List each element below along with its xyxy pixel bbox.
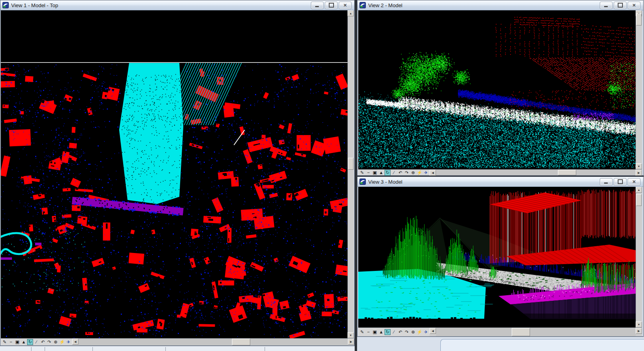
fit-view-icon[interactable]: ▲: [378, 329, 384, 335]
maximize-icon: [329, 3, 334, 8]
maximize-button[interactable]: [325, 2, 338, 9]
fit-view-icon[interactable]: ▲: [21, 339, 27, 345]
update-view-icon[interactable]: ✎: [2, 339, 8, 345]
app-window-icon: [359, 2, 366, 8]
copy-view-icon[interactable]: ⚡: [416, 170, 422, 176]
scroll-left-icon[interactable]: ◀: [72, 339, 79, 345]
window-area-icon[interactable]: ▣: [372, 329, 378, 335]
view2-viewport-canvas[interactable]: [358, 10, 636, 169]
zoom-out-icon[interactable]: −: [8, 339, 14, 345]
clip-volume-icon[interactable]: ⊕: [410, 170, 416, 176]
copy-view-icon[interactable]: ⚡: [59, 339, 65, 345]
view1-horizontal-scrollbar[interactable]: [79, 339, 348, 345]
view1-title: View 1 - Model - Top: [11, 2, 58, 8]
status-bar: [0, 346, 355, 351]
bottom-panel-area: [357, 337, 644, 351]
status-divider: [165, 347, 166, 351]
scroll-down-icon[interactable]: ▼: [636, 163, 642, 169]
view3-titlebar[interactable]: View 3 - Model ✕: [357, 177, 643, 187]
scroll-down-icon[interactable]: ▼: [348, 332, 354, 338]
view1-viewport-canvas[interactable]: [1, 10, 348, 338]
view3-horizontal-scrollbar[interactable]: [436, 328, 636, 336]
minimize-icon: [604, 6, 608, 7]
view3-title: View 3 - Model: [368, 179, 402, 185]
scroll-right-icon[interactable]: ▶: [348, 339, 354, 345]
minimize-button[interactable]: [600, 2, 613, 9]
window-divider-horizontal: [357, 176, 644, 176]
maximize-button[interactable]: [614, 178, 626, 186]
minimize-button[interactable]: [600, 178, 613, 186]
maximize-button[interactable]: [614, 2, 626, 9]
close-icon: ✕: [632, 180, 636, 184]
pan-view-icon[interactable]: ∕: [391, 170, 397, 176]
close-icon: ✕: [632, 3, 636, 8]
close-button[interactable]: ✕: [628, 2, 640, 9]
rotate-view-icon[interactable]: ↻: [27, 339, 33, 345]
pan-view-icon[interactable]: ∕: [33, 339, 39, 345]
close-button[interactable]: ✕: [628, 178, 640, 186]
scroll-left-icon[interactable]: ◀: [430, 170, 436, 176]
window-area-icon[interactable]: ▣: [372, 170, 378, 176]
minimize-icon: [315, 6, 319, 7]
view2-window: View 2 - Model ✕ ▲ ▼ ✎−▣▲↻∕↶↷⊕⚡✈ ◀ ▶: [357, 0, 644, 176]
update-view-icon[interactable]: ✎: [359, 329, 365, 335]
view3-toolbar: ✎−▣▲↻∕↶↷⊕⚡✈: [358, 328, 430, 336]
view2-toolbar: ✎−▣▲↻∕↶↷⊕⚡✈: [358, 170, 430, 175]
scroll-down-icon[interactable]: ▼: [636, 322, 642, 327]
view-next-icon[interactable]: ↷: [404, 329, 410, 335]
view2-titlebar[interactable]: View 2 - Model ✕: [357, 0, 643, 10]
rotate-view-icon[interactable]: ↻: [385, 170, 391, 176]
view1-hscroll-thumb[interactable]: [232, 339, 250, 345]
rotate-view-icon[interactable]: ↻: [385, 329, 391, 335]
app-window-icon: [359, 178, 366, 185]
view3-viewport-canvas[interactable]: [358, 187, 636, 327]
clip-volume-icon[interactable]: ⊕: [53, 339, 59, 345]
view2-title: View 2 - Model: [368, 2, 402, 8]
close-button[interactable]: ✕: [339, 2, 351, 9]
view3-vertical-scrollbar[interactable]: ▲ ▼: [636, 187, 642, 327]
view2-vertical-scrollbar[interactable]: ▲ ▼: [636, 10, 642, 169]
view1-window: View 1 - Model - Top ✕ ▲ ▼ ✎−▣▲↻∕↶↷⊕⚡✈ ◀…: [0, 0, 355, 346]
status-divider: [31, 347, 31, 351]
zoom-out-icon[interactable]: −: [365, 170, 371, 176]
app-window-icon: [2, 2, 9, 8]
pan-view-icon[interactable]: ∕: [391, 329, 397, 335]
view1-vertical-scrollbar[interactable]: ▲ ▼: [348, 10, 354, 338]
view1-vscroll-thumb[interactable]: [348, 158, 353, 170]
scroll-up-icon[interactable]: ▲: [636, 187, 642, 193]
scroll-left-icon[interactable]: ◀: [430, 328, 436, 334]
view2-hscroll-thumb[interactable]: [558, 170, 576, 175]
view1-toolbar: ✎−▣▲↻∕↶↷⊕⚡✈: [1, 339, 72, 345]
status-divider: [45, 347, 45, 351]
maximize-icon: [618, 3, 623, 8]
view-previous-icon[interactable]: ↶: [40, 339, 46, 345]
update-view-icon[interactable]: ✎: [359, 170, 365, 176]
view-next-icon[interactable]: ↷: [46, 339, 52, 345]
view-previous-icon[interactable]: ↶: [397, 170, 403, 176]
fit-view-icon[interactable]: ▲: [378, 170, 384, 176]
view1-titlebar[interactable]: View 1 - Model - Top ✕: [0, 0, 354, 10]
minimize-button[interactable]: [311, 2, 324, 9]
status-divider: [92, 347, 93, 351]
clip-volume-icon[interactable]: ⊕: [410, 329, 416, 335]
view-previous-icon[interactable]: ↶: [397, 329, 403, 335]
view2-horizontal-scrollbar[interactable]: [436, 170, 636, 175]
application-root: { "app": {"name": "point-cloud-workspace…: [0, 0, 644, 351]
navigate-view-icon[interactable]: ✈: [65, 339, 71, 345]
tool-panel-edge: [440, 339, 644, 351]
view3-vscroll-thumb[interactable]: [636, 194, 642, 206]
scroll-right-icon[interactable]: ▶: [636, 328, 642, 334]
view3-window: View 3 - Model ✕ ▲ ▼ ✎−▣▲↻∕↶↷⊕⚡✈ ◀ ▶: [357, 176, 644, 337]
status-divider: [265, 347, 265, 351]
zoom-out-icon[interactable]: −: [365, 329, 371, 335]
copy-view-icon[interactable]: ⚡: [416, 329, 422, 335]
view3-hscroll-thumb[interactable]: [512, 328, 530, 336]
view2-vscroll-thumb[interactable]: [636, 14, 642, 25]
view-next-icon[interactable]: ↷: [404, 170, 410, 176]
scroll-up-icon[interactable]: ▲: [348, 10, 354, 16]
scroll-right-icon[interactable]: ▶: [636, 170, 642, 176]
minimize-icon: [604, 182, 608, 184]
window-area-icon[interactable]: ▣: [14, 339, 20, 345]
navigate-view-icon[interactable]: ✈: [423, 329, 429, 335]
navigate-view-icon[interactable]: ✈: [423, 170, 429, 176]
